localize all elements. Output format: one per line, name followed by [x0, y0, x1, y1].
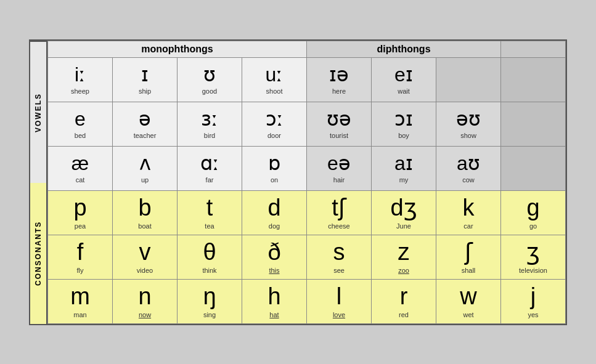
vowel-cell: ʊgood — [178, 57, 242, 102]
ipa-symbol: aɪ — [373, 153, 435, 174]
vowel-cell: ʌup — [113, 146, 178, 190]
ipa-word: cat — [49, 176, 111, 184]
vowel-cell — [436, 57, 501, 102]
ipa-symbol: e — [49, 108, 111, 130]
diphthongs-header: diphthongs — [307, 41, 501, 57]
ipa-symbol: ʒ — [502, 240, 564, 265]
ipa-word: wait — [373, 87, 435, 95]
ipa-symbol: b — [114, 195, 176, 221]
ipa-word: here — [308, 87, 370, 95]
consonant-cell: tʃcheese — [307, 190, 372, 235]
ipa-word: bird — [179, 132, 240, 139]
consonant-row: mmannnowŋsinghhatlloverredwwetjyes — [48, 279, 566, 323]
ipa-word: ship — [114, 87, 176, 95]
vowel-cell: ebed — [48, 102, 113, 146]
ipa-symbol: h — [243, 284, 305, 310]
ipa-symbol: ʃ — [438, 240, 499, 265]
ipa-word: on — [243, 176, 305, 184]
vowel-row: iːsheepɪshipʊgooduːshootɪəhereeɪwait — [48, 57, 566, 102]
consonant-cell: ppea — [48, 190, 113, 235]
ipa-symbol: ɒ — [243, 153, 305, 174]
consonant-cell: bboat — [113, 190, 178, 235]
vowel-cell: əteacher — [113, 102, 178, 146]
consonant-cell: jyes — [501, 279, 566, 323]
vowel-cell: ɒon — [242, 146, 307, 190]
consonants-label: CONSONANTS — [30, 183, 46, 324]
consonant-cell: ðthis — [242, 235, 307, 279]
vowels-label: VOWELS — [30, 41, 46, 183]
vowel-cell: iːsheep — [48, 57, 113, 102]
ipa-symbol: ɔɪ — [373, 108, 435, 130]
vowel-cell: aʊcow — [436, 146, 501, 190]
phonetics-table: monophthongs diphthongs iːsheepɪshipʊgoo… — [47, 41, 566, 324]
ipa-symbol: m — [49, 284, 111, 310]
vowel-cell: uːshoot — [242, 57, 307, 102]
consonant-cell: ʒtelevision — [501, 235, 566, 279]
vowel-row: ebedəteacherɜːbirdɔːdoorʊətouristɔɪboyəʊ… — [48, 102, 566, 146]
ipa-word: zoo — [373, 267, 435, 274]
ipa-word: go — [502, 222, 564, 230]
vowel-cell: ɑːfar — [178, 146, 242, 190]
consonant-cell: ʃshall — [436, 235, 501, 279]
ipa-word: up — [114, 176, 176, 184]
ipa-word: door — [243, 132, 305, 139]
ipa-symbol: ʊ — [179, 64, 240, 86]
ipa-symbol: v — [114, 240, 176, 265]
header-row: monophthongs diphthongs — [48, 41, 566, 57]
ipa-symbol: f — [49, 240, 111, 265]
vowel-row: æcatʌupɑːfarɒoneəhairaɪmyaʊcow — [48, 146, 566, 190]
empty-cell — [501, 102, 566, 146]
ipa-word: yes — [502, 311, 564, 318]
ipa-symbol: d — [243, 195, 305, 221]
ipa-word: my — [373, 176, 435, 184]
vowel-cell: eəhair — [307, 146, 372, 190]
vowel-cell: ɪship — [113, 57, 178, 102]
vowel-cell: ɔːdoor — [242, 102, 307, 146]
side-labels: VOWELS CONSONANTS — [30, 41, 47, 324]
ipa-word: far — [179, 176, 240, 184]
ipa-word: June — [373, 222, 435, 230]
ipa-symbol: ð — [243, 240, 305, 265]
consonant-row: fflyvvideoθthinkðthissseezzooʃshallʒtele… — [48, 235, 566, 279]
ipa-word: see — [308, 267, 370, 274]
ipa-word: shoot — [243, 87, 305, 95]
ipa-symbol: ɜː — [179, 108, 240, 130]
ipa-symbol: æ — [49, 153, 111, 174]
ipa-symbol: p — [49, 195, 111, 221]
consonant-cell: dʒJune — [372, 190, 436, 235]
ipa-symbol: əʊ — [438, 108, 499, 130]
ipa-word: pea — [49, 222, 111, 230]
ipa-word: good — [179, 87, 240, 95]
ipa-symbol: ɪə — [308, 64, 370, 86]
ipa-symbol: iː — [49, 64, 111, 86]
ipa-word: wet — [438, 311, 499, 318]
vowel-cell: ʊətourist — [307, 102, 372, 146]
vowel-cell: ɜːbird — [178, 102, 242, 146]
ipa-symbol: ɔː — [243, 108, 305, 130]
ipa-word: red — [373, 311, 435, 318]
ipa-word: man — [49, 311, 111, 318]
ipa-word: now — [114, 311, 176, 318]
consonant-row: ppeabboattteaddogtʃcheesedʒJunekcarggo — [48, 190, 566, 235]
consonant-cell: kcar — [436, 190, 501, 235]
ipa-symbol: ʊə — [308, 108, 370, 130]
ipa-symbol: g — [502, 195, 564, 221]
ipa-word: television — [502, 267, 564, 274]
phonetics-chart: VOWELS CONSONANTS monophthongs diphthong… — [29, 39, 567, 325]
ipa-symbol: ɪ — [114, 64, 176, 86]
ipa-symbol: dʒ — [373, 195, 435, 221]
ipa-symbol: uː — [243, 64, 305, 86]
consonant-cell: mman — [48, 279, 113, 323]
ipa-symbol: ʌ — [114, 153, 176, 174]
ipa-symbol: k — [438, 195, 499, 221]
ipa-symbol: aʊ — [438, 153, 499, 174]
consonant-cell: vvideo — [113, 235, 178, 279]
ipa-word: sheep — [49, 87, 111, 95]
vowel-cell: aɪmy — [372, 146, 436, 190]
empty-cell — [501, 57, 566, 102]
ipa-word: boy — [373, 132, 435, 139]
ipa-symbol: θ — [179, 240, 240, 265]
ipa-symbol: t — [179, 195, 240, 221]
ipa-word: hair — [308, 176, 370, 184]
ipa-word: think — [179, 267, 240, 274]
